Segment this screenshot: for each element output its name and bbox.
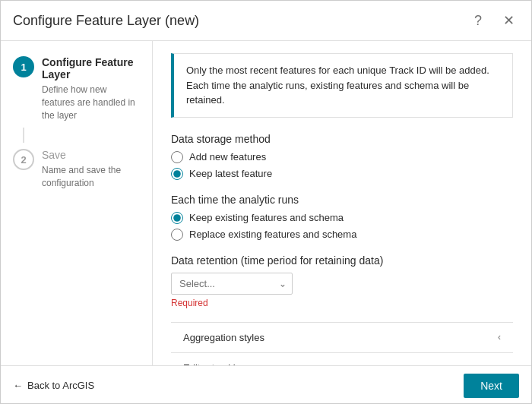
content-area: Only the most recent features for each u… — [153, 41, 531, 365]
step-1-title: Configure Feature Layer — [42, 56, 140, 80]
radio-keep-latest: Keep latest feature — [171, 168, 513, 180]
aggregation-styles-label: Aggregation styles — [183, 332, 264, 343]
analytic-runs-title: Each time the analytic runs — [171, 194, 513, 206]
analytic-runs-section: Each time the analytic runs Keep existin… — [171, 194, 513, 241]
help-icon: ? — [474, 13, 482, 29]
step-2-circle: 2 — [13, 149, 34, 170]
editor-tracking-label: Editor tracking — [183, 362, 246, 366]
editor-tracking-row[interactable]: Editor tracking ‹ — [171, 352, 513, 366]
title-bar: Configure Feature Layer (new) ? ✕ — [1, 1, 531, 41]
data-storage-title: Data storage method — [171, 133, 513, 145]
step-2-title: Save — [42, 149, 140, 161]
radio-keep-existing: Keep existing features and schema — [171, 212, 513, 224]
info-box: Only the most recent features for each u… — [171, 53, 513, 118]
next-button[interactable]: Next — [464, 374, 519, 398]
editor-tracking-chevron: ‹ — [498, 362, 501, 365]
footer: ← Back to ArcGIS Next — [1, 365, 531, 404]
keep-latest-label[interactable]: Keep latest feature — [189, 168, 272, 179]
select-container: Select... ⌃ — [171, 273, 293, 295]
step-2-desc: Name and save the configuration — [42, 164, 140, 190]
help-button[interactable]: ? — [467, 10, 489, 31]
close-button[interactable]: ✕ — [498, 10, 519, 31]
radio-add-new: Add new features — [171, 151, 513, 163]
data-storage-section: Data storage method Add new features Kee… — [171, 133, 513, 180]
back-to-arcgis-link[interactable]: ← Back to ArcGIS — [13, 380, 94, 391]
main-layout: 1 Configure Feature Layer Define how new… — [1, 41, 531, 365]
back-arrow-icon: ← — [13, 380, 23, 391]
back-label: Back to ArcGIS — [27, 380, 94, 391]
close-icon: ✕ — [503, 12, 515, 29]
keep-latest-radio[interactable] — [171, 168, 183, 180]
dialog-title: Configure Feature Layer (new) — [13, 13, 199, 29]
add-new-radio[interactable] — [171, 151, 183, 163]
aggregation-styles-chevron: ‹ — [498, 332, 501, 342]
step-1-circle: 1 — [13, 56, 34, 77]
step-2: 2 Save Name and save the configuration — [13, 149, 140, 190]
data-retention-section: Data retention (time period for retainin… — [171, 254, 513, 308]
retention-select[interactable]: Select... — [171, 273, 293, 295]
replace-existing-radio[interactable] — [171, 229, 183, 241]
keep-existing-label[interactable]: Keep existing features and schema — [189, 212, 344, 223]
radio-replace-existing: Replace existing features and schema — [171, 229, 513, 241]
step-1: 1 Configure Feature Layer Define how new… — [13, 56, 140, 122]
replace-existing-label[interactable]: Replace existing features and schema — [189, 229, 356, 240]
title-bar-icons: ? ✕ — [467, 10, 519, 31]
step-1-desc: Define how new features are handled in t… — [42, 84, 140, 122]
add-new-label[interactable]: Add new features — [189, 151, 266, 163]
data-retention-title: Data retention (time period for retainin… — [171, 254, 513, 267]
info-text: Only the most recent features for each u… — [186, 65, 489, 106]
step-1-text: Configure Feature Layer Define how new f… — [42, 56, 140, 122]
required-label: Required — [171, 298, 513, 308]
sidebar: 1 Configure Feature Layer Define how new… — [1, 41, 153, 365]
step-connector — [23, 128, 24, 143]
keep-existing-radio[interactable] — [171, 212, 183, 224]
step-2-text: Save Name and save the configuration — [42, 149, 140, 190]
aggregation-styles-row[interactable]: Aggregation styles ‹ — [171, 322, 513, 352]
